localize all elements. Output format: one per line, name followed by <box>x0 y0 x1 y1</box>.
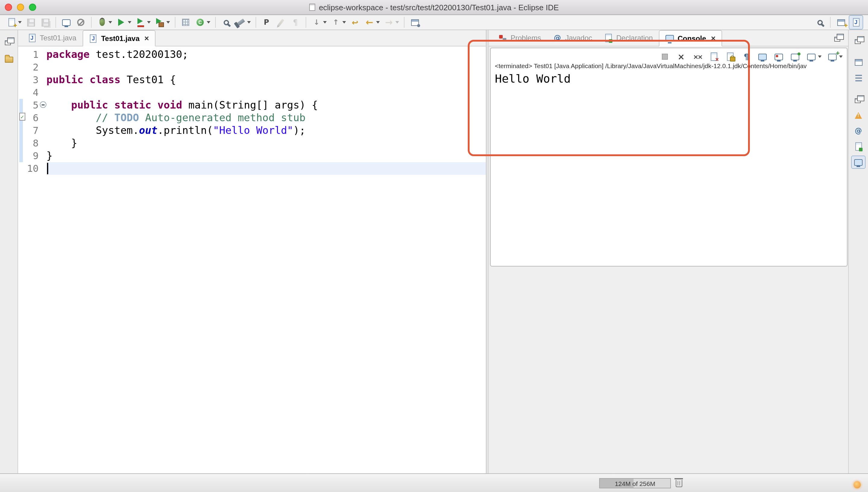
code-text[interactable]: package test.t20200130;public class Test… <box>46 48 486 175</box>
search-dialog-button[interactable] <box>234 16 252 29</box>
save-button[interactable] <box>24 16 37 29</box>
debug-button[interactable] <box>95 16 113 29</box>
open-type-button[interactable] <box>220 16 233 29</box>
new-wizard-button[interactable] <box>5 16 23 29</box>
win-icon <box>852 56 864 68</box>
show-whitespace-button[interactable]: ¶ <box>289 16 302 29</box>
terminate-button[interactable] <box>658 50 671 63</box>
editor-tab-test01-java[interactable]: Test01.java× <box>82 30 155 46</box>
last-edit-location-button[interactable]: ↩ <box>349 16 362 29</box>
restore-glyph <box>5 41 11 45</box>
save-all-button[interactable] <box>39 16 52 29</box>
monplus-icon <box>826 51 839 63</box>
run-garbage-collector-button[interactable] <box>673 478 684 489</box>
next-annotation-button[interactable]: ↓ <box>310 16 328 29</box>
close-tab-icon[interactable]: × <box>711 34 715 43</box>
scroll-lock-button[interactable] <box>723 50 737 63</box>
pletter-glyph: P <box>264 19 269 26</box>
bug-glyph <box>99 19 105 26</box>
open-console-dropdown-button[interactable] <box>826 50 844 63</box>
floppy2-icon <box>39 16 51 28</box>
monr-icon <box>773 51 785 63</box>
package-explorer-button[interactable] <box>1 52 16 65</box>
pin-console-button[interactable] <box>788 50 802 63</box>
open-type-hierarchy-button[interactable] <box>179 16 192 29</box>
task-marker-icon[interactable]: ✓ <box>19 113 25 121</box>
slash-glyph <box>77 19 84 26</box>
restore-bottom-stack-button[interactable] <box>851 93 866 106</box>
line-number-ruler[interactable]: 12345678910 <box>18 48 46 175</box>
stop-icon <box>659 51 671 63</box>
line-number[interactable]: 1 <box>18 48 46 61</box>
previous-annotation-button[interactable]: ↑ <box>329 16 347 29</box>
code-line: package test.t20200130; <box>46 48 486 61</box>
outline-view-button[interactable] <box>851 71 866 84</box>
restore-console-area-button[interactable] <box>831 31 844 45</box>
code-line: public class Test01 { <box>46 74 486 86</box>
open-perspective-button[interactable] <box>834 16 847 29</box>
editor-tab-test01-java[interactable]: Test01.java <box>22 30 82 46</box>
view-tab-javadoc[interactable]: @Javadoc <box>547 30 598 46</box>
mark-occurrences-button[interactable] <box>274 16 287 29</box>
line-number[interactable]: 10 <box>18 162 46 175</box>
declaration-view-button[interactable] <box>851 140 866 153</box>
code-editor[interactable]: 12345678910 ✓ package test.t20200130;pub… <box>18 46 486 473</box>
line-number[interactable]: 9 <box>18 150 46 162</box>
line-number[interactable]: 3 <box>18 74 46 86</box>
show-stdout-console-button[interactable] <box>756 50 769 63</box>
console-view-button[interactable] <box>851 155 866 169</box>
line-number[interactable]: 8 <box>18 137 46 150</box>
monpin-icon <box>789 51 801 63</box>
line-number[interactable]: 2 <box>18 61 46 74</box>
show-stderr-console-button[interactable] <box>772 50 785 63</box>
navdown-glyph: ↓ <box>313 19 320 26</box>
problems-view-button[interactable] <box>851 108 866 122</box>
java-perspective-button[interactable] <box>849 15 863 29</box>
clear-console-button[interactable] <box>707 50 720 63</box>
run-external-tools-button[interactable] <box>153 16 171 29</box>
back-button[interactable]: ← <box>363 16 381 29</box>
zoom-window-button[interactable] <box>29 4 36 11</box>
restore-left-panel-button[interactable] <box>1 35 16 48</box>
view-tab-declaration[interactable]: Declaration <box>598 30 659 46</box>
open-plugin-view-button[interactable]: P <box>260 16 273 29</box>
coverage-button[interactable] <box>134 16 152 29</box>
console-view[interactable]: ×××¶ <terminated> Test01 [Java Applicati… <box>490 48 847 267</box>
docnew-glyph <box>8 18 15 27</box>
grid-icon <box>180 16 192 28</box>
dropdown-arrow-icon <box>342 21 346 24</box>
jdoc-glyph <box>852 18 859 27</box>
xx-icon: ×× <box>691 51 704 63</box>
pin-editor-button[interactable] <box>408 16 422 29</box>
tip-lightbulb-icon[interactable] <box>853 481 861 488</box>
restore-icon <box>852 34 864 46</box>
line-number[interactable]: 7 <box>18 124 46 137</box>
minimize-window-button[interactable] <box>17 4 24 11</box>
close-tab-icon[interactable]: × <box>144 34 149 43</box>
win-glyph <box>854 59 862 66</box>
remove-all-terminated-button[interactable]: ×× <box>691 50 704 63</box>
forward-button[interactable]: → <box>382 16 400 29</box>
minimized-view-button[interactable] <box>851 55 866 69</box>
view-tab-console[interactable]: Console× <box>659 30 722 46</box>
remove-launch-button[interactable]: × <box>674 50 688 63</box>
new-java-class-button[interactable] <box>194 16 211 29</box>
open-console-button[interactable] <box>60 16 73 29</box>
dropdown-arrow-icon <box>207 21 210 24</box>
skip-all-breakpoints-button[interactable] <box>74 16 87 29</box>
winpin-icon <box>409 16 421 28</box>
restore-right-panel-button[interactable] <box>851 34 866 47</box>
close-window-button[interactable] <box>5 4 12 11</box>
fold-collapse-icon[interactable] <box>40 101 46 108</box>
line-number[interactable]: 4 <box>18 86 46 99</box>
decl-icon <box>604 33 613 43</box>
display-selected-console-button[interactable] <box>805 50 823 63</box>
view-tab-problems[interactable]: Problems <box>492 30 547 46</box>
run-button[interactable] <box>114 16 133 29</box>
editor-tabbar: Test01.javaTest01.java× <box>18 30 486 46</box>
decl-icon <box>852 141 864 152</box>
javadoc-view-button[interactable]: @ <box>851 124 866 138</box>
quick-search-button[interactable] <box>813 16 826 29</box>
word-wrap-button[interactable]: ¶ <box>740 50 753 63</box>
cons-icon <box>665 33 674 43</box>
